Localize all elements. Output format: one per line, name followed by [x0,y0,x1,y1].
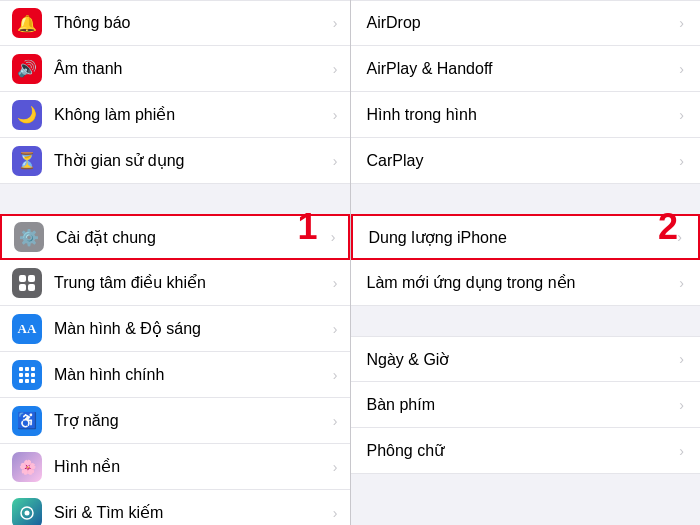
chevron-icon: › [333,275,338,291]
sidebar-item-display[interactable]: AA Màn hình & Độ sáng › [0,306,350,352]
sidebar-item-dnd[interactable]: 🌙 Không làm phiền › [0,92,350,138]
left-panel: 🔔 Thông báo › 🔊 Âm thanh › 🌙 Không làm p… [0,0,351,525]
svg-rect-8 [25,373,29,377]
chevron-icon: › [333,15,338,31]
svg-rect-1 [28,275,35,282]
right-item-font[interactable]: Phông chữ › [351,428,701,474]
chevron-icon: › [333,107,338,123]
svg-rect-2 [19,284,26,291]
display-icon: AA [12,314,42,344]
sidebar-item-home[interactable]: Màn hình chính › [0,352,350,398]
svg-rect-6 [31,367,35,371]
chevron-icon: › [333,413,338,429]
general-label: Cài đặt chung [56,228,331,247]
chevron-icon: › [679,153,684,169]
siri-label: Siri & Tìm kiếm [54,503,333,522]
datetime-label: Ngày & Giờ [367,350,680,369]
chevron-icon: › [333,61,338,77]
chevron-icon: › [679,351,684,367]
siri-icon [12,498,42,526]
pip-label: Hình trong hình [367,106,680,124]
sidebar-item-siri[interactable]: Siri & Tìm kiếm › [0,490,350,525]
sidebar-item-wallpaper[interactable]: 🌸 Hình nền › [0,444,350,490]
access-icon: ♿ [12,406,42,436]
sidebar-item-notifications[interactable]: 🔔 Thông báo › [0,0,350,46]
right-item-storage[interactable]: Dung lượng iPhone › 2 [351,214,701,260]
chevron-icon: › [677,229,682,245]
svg-rect-10 [19,379,23,383]
airplay-label: AirPlay & Handoff [367,60,680,78]
section-divider-2 [351,306,701,336]
home-label: Màn hình chính [54,366,333,384]
sidebar-item-general[interactable]: ⚙️ Cài đặt chung › 1 [0,214,350,260]
section-divider [0,184,350,214]
sidebar-item-screentime[interactable]: ⏳ Thời gian sử dụng › [0,138,350,184]
notifications-label: Thông báo [54,14,333,32]
home-icon [12,360,42,390]
sound-label: Âm thanh [54,60,333,78]
right-item-airplay[interactable]: AirPlay & Handoff › [351,46,701,92]
chevron-icon: › [333,505,338,521]
wallpaper-label: Hình nền [54,457,333,476]
right-panel: AirDrop › AirPlay & Handoff › Hình trong… [351,0,701,525]
chevron-icon: › [679,443,684,459]
chevron-icon: › [333,367,338,383]
sound-icon: 🔊 [12,54,42,84]
dnd-icon: 🌙 [12,100,42,130]
font-label: Phông chữ [367,441,680,460]
right-item-keyboard[interactable]: Bàn phím › [351,382,701,428]
svg-rect-0 [19,275,26,282]
svg-rect-11 [25,379,29,383]
right-item-refresh[interactable]: Làm mới ứng dụng trong nền › [351,260,701,306]
chevron-icon: › [679,61,684,77]
chevron-icon: › [333,153,338,169]
keyboard-label: Bàn phím [367,396,680,414]
screentime-label: Thời gian sử dụng [54,151,333,170]
screentime-icon: ⏳ [12,146,42,176]
right-group-3: Ngày & Giờ › Bàn phím › Phông chữ › [351,336,701,474]
control-icon [12,268,42,298]
chevron-icon: › [333,321,338,337]
chevron-icon: › [679,15,684,31]
right-item-airdrop[interactable]: AirDrop › [351,0,701,46]
svg-rect-7 [19,373,23,377]
chevron-icon: › [333,459,338,475]
svg-rect-9 [31,373,35,377]
sidebar-item-sound[interactable]: 🔊 Âm thanh › [0,46,350,92]
accessibility-label: Trợ năng [54,411,333,430]
general-icon: ⚙️ [14,222,44,252]
control-label: Trung tâm điều khiển [54,273,333,292]
right-group-2: Dung lượng iPhone › 2 Làm mới ứng dụng t… [351,214,701,306]
chevron-icon: › [679,275,684,291]
chevron-icon: › [679,107,684,123]
svg-point-14 [25,510,30,515]
chevron-icon: › [679,397,684,413]
svg-rect-3 [28,284,35,291]
right-group-1: AirDrop › AirPlay & Handoff › Hình trong… [351,0,701,184]
svg-rect-12 [31,379,35,383]
storage-label: Dung lượng iPhone [369,228,678,247]
sidebar-item-control[interactable]: Trung tâm điều khiển › [0,260,350,306]
right-item-pip[interactable]: Hình trong hình › [351,92,701,138]
notifications-icon: 🔔 [12,8,42,38]
refresh-label: Làm mới ứng dụng trong nền [367,273,680,292]
svg-rect-5 [25,367,29,371]
sidebar-item-accessibility[interactable]: ♿ Trợ năng › [0,398,350,444]
right-item-carplay[interactable]: CarPlay › [351,138,701,184]
left-settings-list: 🔔 Thông báo › 🔊 Âm thanh › 🌙 Không làm p… [0,0,350,525]
section-divider-1 [351,184,701,214]
carplay-label: CarPlay [367,152,680,170]
dnd-label: Không làm phiền [54,105,333,124]
right-item-datetime[interactable]: Ngày & Giờ › [351,336,701,382]
display-label: Màn hình & Độ sáng [54,319,333,338]
chevron-icon: › [331,229,336,245]
wallpaper-icon: 🌸 [12,452,42,482]
svg-rect-4 [19,367,23,371]
airdrop-label: AirDrop [367,14,680,32]
